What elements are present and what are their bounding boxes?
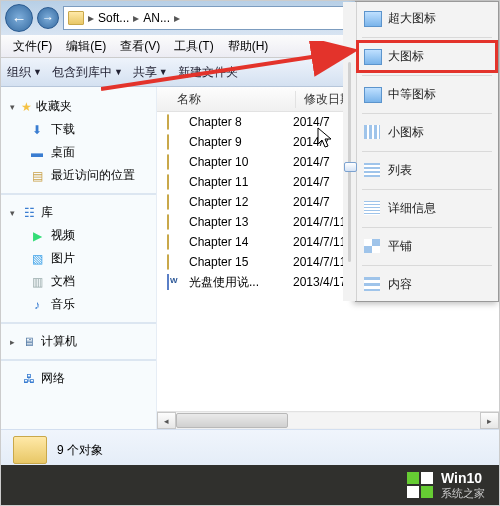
file-name: Chapter 9 <box>189 135 285 149</box>
view-content[interactable]: 内容 <box>356 268 498 301</box>
breadcrumb-sub[interactable]: AN... <box>143 11 170 25</box>
view-large[interactable]: 大图标 <box>356 40 498 73</box>
breadcrumb-root[interactable]: Soft... <box>98 11 129 25</box>
share-button[interactable]: 共享▼ <box>133 64 168 81</box>
status-bar: 9 个对象 <box>1 429 499 470</box>
status-count: 9 个对象 <box>57 442 103 459</box>
scroll-track[interactable] <box>176 413 480 428</box>
navigation-pane: ▾★收藏夹 ⬇下载 ▬桌面 ▤最近访问的位置 ▾☷库 ▶视频 ▧图片 ▥文档 ♪… <box>1 87 157 429</box>
windows-logo-icon <box>407 472 433 498</box>
col-name[interactable]: 名称 <box>157 91 296 108</box>
nav-forward-button[interactable]: → <box>37 7 59 29</box>
status-folder-icon <box>13 436 47 464</box>
file-name: Chapter 11 <box>189 175 285 189</box>
folder-icon <box>167 255 183 269</box>
file-name: Chapter 10 <box>189 155 285 169</box>
nav-computer-header[interactable]: ▸🖥计算机 <box>1 330 156 353</box>
nav-item-downloads[interactable]: ⬇下载 <box>1 118 156 141</box>
nav-network-header[interactable]: ▸🖧网络 <box>1 367 156 390</box>
menu-edit[interactable]: 编辑(E) <box>62 36 110 57</box>
scroll-left-button[interactable]: ◂ <box>157 412 176 429</box>
menu-view[interactable]: 查看(V) <box>116 36 164 57</box>
folder-icon <box>167 155 183 169</box>
word-doc-icon <box>167 275 183 289</box>
file-name: 光盘使用说... <box>189 274 285 291</box>
menu-help[interactable]: 帮助(H) <box>224 36 273 57</box>
view-size-slider[interactable] <box>343 2 357 301</box>
nav-back-button[interactable]: ← <box>5 4 33 32</box>
folder-icon <box>68 11 84 25</box>
file-name: Chapter 14 <box>189 235 285 249</box>
nav-item-desktop[interactable]: ▬桌面 <box>1 141 156 164</box>
view-small[interactable]: 小图标 <box>356 116 498 149</box>
include-in-library-button[interactable]: 包含到库中▼ <box>52 64 123 81</box>
nav-item-music[interactable]: ♪音乐 <box>1 293 156 316</box>
file-name: Chapter 13 <box>189 215 285 229</box>
folder-icon <box>167 115 183 129</box>
file-name: Chapter 15 <box>189 255 285 269</box>
nav-item-video[interactable]: ▶视频 <box>1 224 156 247</box>
folder-icon <box>167 195 183 209</box>
folder-icon <box>167 235 183 249</box>
view-menu-popup: 超大图标 大图标 中等图标 小图标 列表 详细信息 平铺 内容 <box>355 1 499 302</box>
watermark-footer: Win10 系统之家 <box>1 465 499 505</box>
organize-button[interactable]: 组织▼ <box>7 64 42 81</box>
view-list[interactable]: 列表 <box>356 154 498 187</box>
breadcrumb-sep: ▸ <box>174 11 180 25</box>
watermark-brand: Win10 <box>441 471 485 486</box>
view-medium[interactable]: 中等图标 <box>356 78 498 111</box>
breadcrumb-sep: ▸ <box>88 11 94 25</box>
view-details[interactable]: 详细信息 <box>356 192 498 225</box>
nav-library-header[interactable]: ▾☷库 <box>1 201 156 224</box>
view-tiles[interactable]: 平铺 <box>356 230 498 263</box>
folder-icon <box>167 215 183 229</box>
menu-tools[interactable]: 工具(T) <box>170 36 217 57</box>
nav-favorites-header[interactable]: ▾★收藏夹 <box>1 95 156 118</box>
watermark-logo: Win10 系统之家 <box>407 471 485 498</box>
folder-icon <box>167 135 183 149</box>
new-folder-button[interactable]: 新建文件夹 <box>178 64 238 81</box>
file-name: Chapter 12 <box>189 195 285 209</box>
nav-item-pictures[interactable]: ▧图片 <box>1 247 156 270</box>
folder-icon <box>167 175 183 189</box>
view-extra-large[interactable]: 超大图标 <box>356 2 498 35</box>
breadcrumb-sep: ▸ <box>133 11 139 25</box>
nav-item-documents[interactable]: ▥文档 <box>1 270 156 293</box>
scroll-thumb[interactable] <box>176 413 288 428</box>
horizontal-scrollbar[interactable]: ◂ ▸ <box>157 411 499 429</box>
scroll-right-button[interactable]: ▸ <box>480 412 499 429</box>
file-name: Chapter 8 <box>189 115 285 129</box>
watermark-sub: 系统之家 <box>441 487 485 499</box>
menu-file[interactable]: 文件(F) <box>9 36 56 57</box>
nav-item-recent[interactable]: ▤最近访问的位置 <box>1 164 156 187</box>
